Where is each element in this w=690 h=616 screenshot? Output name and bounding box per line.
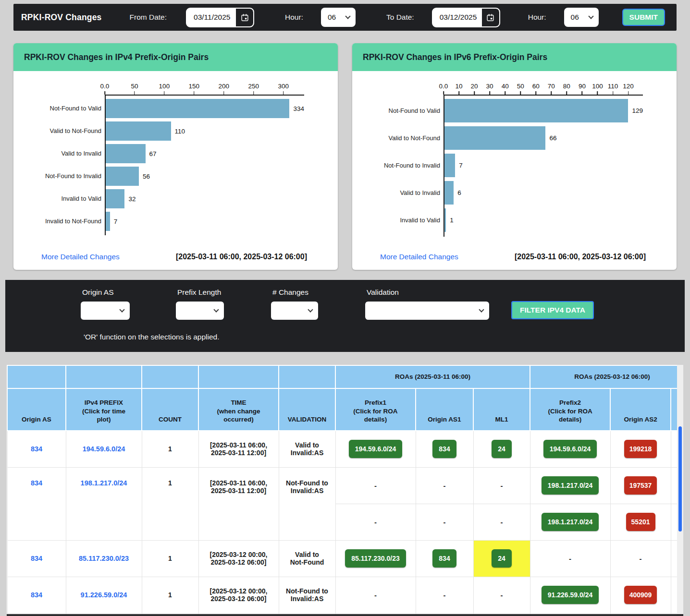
prefix2-badge[interactable]: 198.1.217.0/24 xyxy=(542,513,599,531)
col-validation: VALIDATION xyxy=(279,388,335,431)
origin-as2-badge: 55201 xyxy=(626,513,655,531)
prefix2-badge[interactable]: 91.226.59.0/24 xyxy=(542,586,599,604)
x-tick xyxy=(520,91,521,95)
x-tick xyxy=(597,91,598,95)
from-date-input[interactable]: 03/11/2025 xyxy=(186,8,254,27)
count-cell: 1 xyxy=(142,577,198,613)
x-tick-label: 100 xyxy=(592,83,603,90)
bar-value-label: 7 xyxy=(459,162,463,169)
prefix-link[interactable]: 194.59.6.0/24 xyxy=(83,445,125,453)
table-row: 834 91.226.59.0/24 1 [2025-03-12 00:00, … xyxy=(7,577,683,613)
table-scrollbar-thumb[interactable] xyxy=(678,426,682,531)
prefix-link[interactable]: 91.226.59.0/24 xyxy=(81,591,127,599)
bar-category-label: Invalid to Not-Found xyxy=(18,218,106,225)
to-date-value[interactable]: 03/12/2025 xyxy=(433,9,481,26)
prefix2-badge[interactable]: 194.59.6.0/24 xyxy=(543,440,597,458)
origin-as2-empty: - xyxy=(640,555,642,563)
calendar-icon[interactable] xyxy=(481,9,499,26)
x-tick xyxy=(613,91,614,95)
origin-as2-badge: 400909 xyxy=(624,586,657,604)
time-cell: [2025-03-11 06:00, 2025-03-11 12:00] xyxy=(198,431,279,467)
bar xyxy=(444,154,455,177)
col-prefix2: Prefix2 (Click for ROA details) xyxy=(530,388,610,431)
col-ipv4-prefix: IPv4 PREFIX (Click for time plot) xyxy=(66,388,142,431)
origin-as-link[interactable]: 834 xyxy=(31,445,42,453)
x-tick-label: 70 xyxy=(548,83,555,90)
more-detailed-changes-link[interactable]: More Detailed Changes xyxy=(41,253,120,261)
count-cell: 1 xyxy=(142,467,198,540)
prefix2-empty: - xyxy=(569,555,571,563)
table-row: 834 85.117.230.0/23 1 [2025-03-12 00:00,… xyxy=(7,540,683,577)
table-header-row: Origin AS IPv4 PREFIX (Click for time pl… xyxy=(7,388,683,431)
origin-as-filter-select[interactable] xyxy=(81,302,130,320)
from-hour-select[interactable]: 06 xyxy=(321,8,356,27)
submit-button[interactable]: SUBMIT xyxy=(622,9,665,26)
changes-filter-select[interactable] xyxy=(271,302,318,320)
validation-filter-select[interactable] xyxy=(365,302,489,320)
filter-ipv4-data-button[interactable]: FILTER IPV4 DATA xyxy=(511,301,594,319)
next-section-edge xyxy=(7,614,683,616)
bar-category-label: Invalid to Valid xyxy=(18,195,106,203)
x-tick-label: 10 xyxy=(456,83,463,90)
bar xyxy=(106,189,124,208)
bar xyxy=(106,212,110,231)
top-bar: RPKI-ROV Changes From Date: 03/11/2025 H… xyxy=(13,4,677,31)
bar-category-label: Not-Found to Invalid xyxy=(357,162,444,169)
origin-as-filter-label: Origin AS xyxy=(82,288,130,297)
validation-cell: Valid to Invalid:AS xyxy=(279,431,335,467)
x-tick xyxy=(253,91,254,95)
prefix-link[interactable]: 198.1.217.0/24 xyxy=(81,479,127,487)
validation-cell: Not-Found to Invalid:AS xyxy=(279,467,335,540)
prefix-length-filter-select[interactable] xyxy=(176,302,224,320)
col-ml1: ML1 xyxy=(473,388,530,431)
from-hour-value: 06 xyxy=(328,13,336,22)
to-date-label: To Date: xyxy=(386,13,414,22)
bar-category-label: Valid to Invalid xyxy=(357,189,444,196)
more-detailed-changes-link[interactable]: More Detailed Changes xyxy=(380,253,458,261)
bar-row: Valid to Not-Found110 xyxy=(106,121,304,141)
origin-as1-badge: 834 xyxy=(432,549,456,568)
x-tick xyxy=(474,91,475,95)
from-date-value[interactable]: 03/11/2025 xyxy=(187,9,235,26)
ml1-badge: 24 xyxy=(492,549,512,568)
bar-category-label: Not-Found to Invalid xyxy=(18,173,106,180)
x-tick xyxy=(489,91,490,95)
origin-as-link[interactable]: 834 xyxy=(31,591,42,599)
x-tick-label: 60 xyxy=(532,83,540,90)
chevron-down-icon xyxy=(588,13,593,19)
origin-as-link[interactable]: 834 xyxy=(31,479,42,487)
origin-as1-empty: - xyxy=(444,591,446,599)
prefix1-badge[interactable]: 194.59.6.0/24 xyxy=(349,440,403,458)
x-tick-label: 90 xyxy=(579,83,586,90)
bar-row: Valid to Not-Found66 xyxy=(444,126,643,150)
col-count: COUNT xyxy=(142,388,198,431)
prefix2-badge[interactable]: 198.1.217.0/24 xyxy=(542,476,599,495)
to-hour-select[interactable]: 06 xyxy=(564,8,599,27)
x-tick xyxy=(628,91,629,95)
calendar-icon[interactable] xyxy=(235,9,253,26)
origin-as-link[interactable]: 834 xyxy=(31,555,42,562)
x-tick xyxy=(567,91,567,95)
prefix1-badge[interactable]: 85.117.230.0/23 xyxy=(345,549,406,568)
x-tick xyxy=(283,91,284,95)
x-axis: 0.050100150200250300 xyxy=(105,83,304,96)
table-group-header-row: ROAs (2025-03-11 06:00) ROAs (2025-03-12… xyxy=(7,365,683,388)
prefix-length-filter-label: Prefix Length xyxy=(177,288,224,297)
table-scrollbar-track[interactable] xyxy=(677,365,683,616)
bar-value-label: 110 xyxy=(175,128,185,135)
bar-value-label: 56 xyxy=(143,173,150,180)
ipv4-chart-panel: RPKI-ROV Changes in IPv4 Prefix-Origin P… xyxy=(13,43,338,270)
to-date-input[interactable]: 03/12/2025 xyxy=(432,8,500,27)
to-hour-value: 06 xyxy=(571,13,579,22)
bar xyxy=(106,167,139,186)
chevron-down-icon xyxy=(308,307,313,312)
x-tick-label: 50 xyxy=(517,83,524,90)
bar-value-label: 7 xyxy=(114,218,118,225)
bar-category-label: Not-Found to Valid xyxy=(18,105,106,112)
bar-row: Invalid to Valid1 xyxy=(444,208,643,232)
charts-row: RPKI-ROV Changes in IPv4 Prefix-Origin P… xyxy=(13,43,677,270)
x-tick-label: 40 xyxy=(502,83,509,90)
col-origin-as1: Origin AS1 xyxy=(416,388,473,431)
prefix-link[interactable]: 85.117.230.0/23 xyxy=(79,555,129,562)
time-cell: [2025-03-11 06:00, 2025-03-11 12:00] xyxy=(198,467,279,540)
